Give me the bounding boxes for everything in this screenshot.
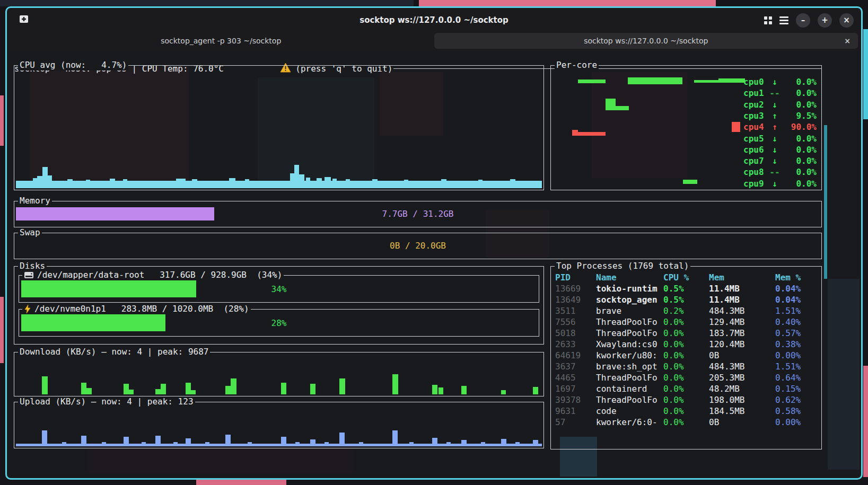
process-row[interactable]: 1697containerd0.0%48.2MB0.15% xyxy=(555,383,819,394)
core-row-cpu4: cpu4↑90.0% xyxy=(743,121,817,133)
cpu-spark-spike xyxy=(510,179,515,181)
memory-panel: Memory 7.7GB / 31.2GB xyxy=(14,201,822,227)
cpu-spark-spike xyxy=(176,179,186,181)
per-core-list: cpu0↓0.0%cpu1--0.0%cpu2↓0.0%cpu3↑9.5%cpu… xyxy=(551,66,821,190)
hamburger-menu-icon[interactable] xyxy=(779,16,788,24)
core-row-cpu9: cpu9↓0.0% xyxy=(743,178,817,189)
upload-bar xyxy=(481,442,485,446)
cpu-spark-spike xyxy=(346,179,350,181)
download-bar xyxy=(161,384,166,394)
cpu-spark-spike xyxy=(42,167,48,181)
terminal-window: socktop ws://127.0.0.0 ~/socktop – + × s… xyxy=(5,6,863,480)
wallpaper-strip-topleft xyxy=(0,0,414,6)
process-cell: 0.0% xyxy=(663,328,709,338)
process-row[interactable]: 13669tokio-runtim0.5%11.4MB0.04% xyxy=(555,283,819,294)
cpu-spark-spike xyxy=(67,179,73,181)
cpu-spark-spike xyxy=(332,179,337,181)
process-row[interactable]: 3511brave0.2%484.3MB1.51% xyxy=(555,305,819,316)
process-row[interactable]: 3637brave:sh_opt0.0%484.3MB1.51% xyxy=(555,361,819,372)
process-cell: 0.38% xyxy=(775,339,819,349)
cpu-spark-spike xyxy=(299,174,304,181)
process-row[interactable]: 2633Xwayland:cs00.0%120.4MB0.38% xyxy=(555,339,819,350)
tab-label: socktop ws://127.0.0.0 ~/socktop xyxy=(584,37,708,45)
process-cell: 484.3MB xyxy=(709,361,775,372)
process-cell: 0.5% xyxy=(663,295,709,305)
cpu-spark-spike xyxy=(110,179,115,181)
cpu-spark-spike xyxy=(372,179,378,181)
core-name: cpu9 xyxy=(743,179,767,189)
core-value: 90.0% xyxy=(783,122,817,132)
process-row[interactable]: 13649socktop_agen0.5%11.4MB0.04% xyxy=(555,294,819,305)
process-cell: 1697 xyxy=(555,384,596,394)
close-button[interactable]: × xyxy=(839,13,854,28)
core-name: cpu3 xyxy=(743,111,767,121)
download-bar xyxy=(432,385,437,394)
wallpaper-strip-left2 xyxy=(0,297,4,363)
core-trend-icon: ↑ xyxy=(767,111,783,121)
tab-socktop-client[interactable]: socktop ws://127.0.0.0 ~/socktop × xyxy=(434,33,858,49)
cpu-spark-spike xyxy=(86,180,90,181)
upload-bar xyxy=(142,442,146,446)
process-row[interactable]: 39378ThreadPoolFo0.0%198.0MB0.62% xyxy=(555,394,819,405)
cpu-spark-baseline xyxy=(16,181,542,188)
grid-view-icon[interactable] xyxy=(764,16,772,24)
process-cell: containerd xyxy=(596,384,663,394)
upload-bar xyxy=(205,442,209,446)
disk-percent-label: 34% xyxy=(21,280,537,297)
process-row[interactable]: 4465ThreadPoolFo0.0%205.3MB0.64% xyxy=(555,372,819,383)
new-tab-button[interactable] xyxy=(19,14,29,27)
upload-bar xyxy=(225,435,231,446)
disk-gauge: 34% xyxy=(21,280,537,297)
process-row[interactable]: 57kworker/6:0-0.0%0B0.00% xyxy=(555,417,819,428)
upload-bar xyxy=(81,436,86,446)
titlebar: socktop ws://127.0.0.0 ~/socktop – + × xyxy=(7,8,861,32)
top-processes-title: Top Processes (1769 total) xyxy=(555,261,690,271)
process-row[interactable]: 5018ThreadPoolFo0.0%183.7MB0.57% xyxy=(555,328,819,339)
upload-chart xyxy=(14,402,543,448)
process-cell: Xwayland:cs0 xyxy=(596,339,663,349)
cpu-avg-panel: CPU avg (now: 4.7%) xyxy=(14,65,544,190)
process-row[interactable]: 64619kworker/u80:0.0%0B0.00% xyxy=(555,350,819,361)
upload-bar xyxy=(461,440,467,446)
core-name: cpu1 xyxy=(743,88,767,98)
process-cell: ThreadPoolFo xyxy=(596,395,663,405)
process-cell: 0.0% xyxy=(663,395,709,405)
cpu-spark-spike xyxy=(123,179,127,181)
core-value: 0.0% xyxy=(783,145,817,155)
column-header: Mem % xyxy=(775,272,819,283)
process-cell: 0.0% xyxy=(663,339,709,349)
process-cell: 198.0MB xyxy=(709,395,775,405)
wallpaper-strip-right-pink xyxy=(863,366,868,477)
process-row[interactable]: 9631code0.0%184.5MB0.58% xyxy=(555,405,819,417)
core-value: 0.0% xyxy=(783,179,817,189)
core-trend-icon: -- xyxy=(767,88,783,98)
core-value: 0.0% xyxy=(783,88,817,98)
minimize-button[interactable]: – xyxy=(796,13,810,28)
upload-bar xyxy=(295,442,300,446)
process-cell: 120.4MB xyxy=(709,339,775,349)
process-cell: ThreadPoolFo xyxy=(596,317,663,327)
process-cell: 3637 xyxy=(555,361,596,372)
download-bar xyxy=(439,387,443,394)
upload-bar xyxy=(432,438,437,446)
core-value: 0.0% xyxy=(783,156,817,166)
tab-close-icon[interactable]: × xyxy=(844,37,851,45)
upload-bar xyxy=(155,436,161,446)
download-bar xyxy=(124,384,129,394)
window-title: socktop ws://127.0.0.0 ~/socktop xyxy=(7,15,861,25)
upload-bar xyxy=(102,442,106,446)
column-header: Mem xyxy=(709,272,775,283)
disk-data-root: /dev/mapper/data-root 317.6GB / 928.9GB … xyxy=(19,275,539,303)
core-value: 0.0% xyxy=(783,100,817,110)
maximize-button[interactable]: + xyxy=(818,13,832,28)
tab-socktop-agent[interactable]: socktop_agent -p 303 ~/socktop xyxy=(9,32,433,49)
swap-usage-label: 0B / 20.0GB xyxy=(16,239,820,252)
download-bar xyxy=(86,388,92,394)
process-cell: code xyxy=(596,406,663,416)
wallpaper-strip-bottom xyxy=(196,480,286,485)
memory-usage-label: 7.7GB / 31.2GB xyxy=(16,207,820,221)
core-name: cpu6 xyxy=(743,145,767,155)
process-cell: 184.5MB xyxy=(709,406,775,416)
process-row[interactable]: 7556ThreadPoolFo0.0%129.4MB0.40% xyxy=(555,316,819,328)
download-bar xyxy=(281,383,286,394)
